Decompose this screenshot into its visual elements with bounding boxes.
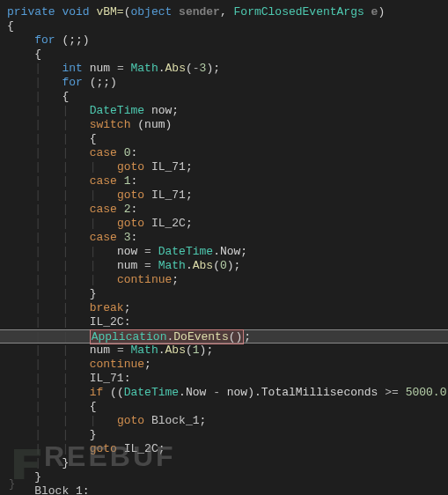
code-line[interactable]: | | case 3: — [7, 231, 448, 245]
footer-brace: } — [9, 477, 15, 491]
code-line[interactable]: | | if ((DateTime.Now - now).TotalMillis… — [7, 386, 448, 400]
code-line[interactable]: { — [7, 19, 448, 33]
code-line[interactable]: | | Application.DoEvents(); — [0, 329, 448, 344]
code-line[interactable]: { — [7, 48, 448, 62]
code-line[interactable]: | | IL_2C: — [7, 315, 448, 329]
code-line[interactable]: for (;;) — [7, 33, 448, 48]
code-line[interactable]: | | | num = Math.Abs(0); — [7, 259, 448, 273]
code-editor[interactable]: private void vBM=(object sender, FormClo… — [0, 0, 448, 495]
code-line[interactable]: private void vBM=(object sender, FormClo… — [7, 5, 448, 19]
code-line[interactable]: | | } — [7, 287, 448, 301]
code-line[interactable]: | | | goto Block_1; — [7, 414, 448, 428]
code-line[interactable]: | | | now = DateTime.Now; — [7, 245, 448, 259]
code-line[interactable]: | { — [7, 90, 448, 104]
code-line[interactable]: | | goto IL_2C; — [7, 442, 448, 456]
code-line[interactable]: } — [7, 470, 448, 484]
code-line[interactable]: | for (;;) — [7, 76, 448, 90]
selection-box: Application.DoEvents() — [90, 329, 245, 344]
code-line[interactable]: | | IL_71: — [7, 372, 448, 386]
code-line[interactable]: | | } — [7, 428, 448, 442]
code-line[interactable]: | | num = Math.Abs(1); — [7, 344, 448, 358]
code-line[interactable]: | | { — [7, 132, 448, 146]
code-line[interactable]: | | | goto IL_71; — [7, 188, 448, 203]
code-line[interactable]: | | continue; — [7, 358, 448, 372]
code-line[interactable]: | | { — [7, 400, 448, 414]
code-line[interactable]: | int num = Math.Abs(-3); — [7, 62, 448, 76]
code-line[interactable]: | | case 0: — [7, 146, 448, 160]
code-line[interactable]: | | case 2: — [7, 203, 448, 217]
code-line[interactable]: | | | goto IL_2C; — [7, 217, 448, 231]
code-line[interactable]: | | break; — [7, 301, 448, 315]
code-line[interactable]: | } — [7, 456, 448, 470]
code-line[interactable]: | | switch (num) — [7, 118, 448, 132]
code-line[interactable]: | | | continue; — [7, 273, 448, 287]
code-line[interactable]: | | | goto IL_71; — [7, 160, 448, 174]
code-line[interactable]: | | case 1: — [7, 174, 448, 188]
code-line[interactable]: Block_1: — [7, 484, 448, 495]
code-line[interactable]: | | DateTime now; — [7, 104, 448, 118]
